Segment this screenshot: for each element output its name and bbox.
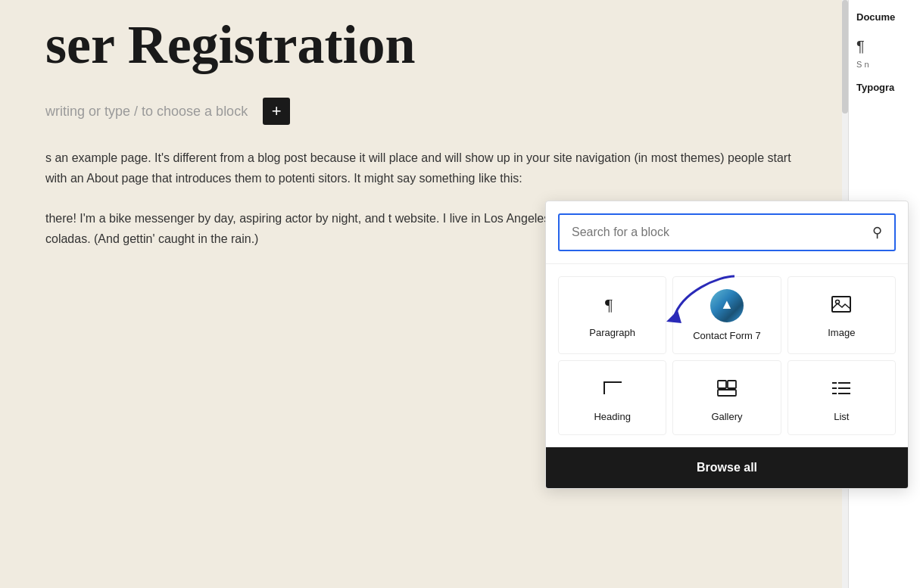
scrollbar-thumb[interactable]	[842, 0, 848, 114]
svg-rect-4	[603, 382, 605, 394]
block-item-image[interactable]: Image	[787, 276, 896, 354]
list-block-label: List	[834, 411, 849, 422]
svg-rect-11	[838, 387, 850, 389]
sidebar-typography-label: Typogra	[856, 82, 912, 93]
placeholder-label: writing or type / to choose a block	[45, 104, 248, 120]
browse-all-button[interactable]: Browse all	[546, 447, 908, 488]
svg-rect-1	[832, 297, 850, 312]
page-title: ser Registration	[45, 15, 803, 75]
search-box: ⚲	[558, 213, 896, 251]
add-block-button[interactable]: +	[263, 98, 290, 125]
svg-rect-10	[832, 387, 837, 389]
svg-rect-7	[718, 390, 736, 396]
search-input[interactable]	[572, 226, 872, 239]
search-icon: ⚲	[872, 224, 882, 241]
block-inserter-popup: ⚲ ¶ Paragraph Contact Form 7	[545, 201, 909, 489]
block-item-heading[interactable]: Heading	[558, 360, 666, 435]
svg-text:¶: ¶	[605, 295, 613, 314]
block-item-gallery[interactable]: Gallery	[672, 360, 781, 435]
svg-rect-12	[832, 393, 837, 394]
svg-rect-3	[603, 381, 622, 383]
sidebar-section-label: S n	[856, 59, 912, 70]
heading-block-label: Heading	[594, 411, 630, 422]
paragraph-block-label: Paragraph	[589, 327, 635, 338]
block-item-list[interactable]: List	[787, 360, 896, 435]
search-container: ⚲	[546, 201, 908, 264]
paragraph-icon: ¶	[856, 38, 912, 55]
heading-block-icon	[597, 373, 628, 403]
arrow-annotation	[659, 269, 750, 332]
placeholder-row: writing or type / to choose a block +	[45, 98, 803, 125]
gallery-block-label: Gallery	[711, 411, 742, 422]
block-item-paragraph[interactable]: ¶ Paragraph	[558, 276, 666, 354]
paragraph-block-icon: ¶	[597, 289, 628, 319]
body-text-1: s an example page. It's different from a…	[45, 148, 803, 188]
image-block-label: Image	[828, 327, 855, 338]
image-block-icon	[826, 289, 856, 319]
svg-marker-14	[666, 310, 681, 323]
svg-rect-6	[728, 381, 736, 388]
gallery-block-icon	[712, 373, 742, 403]
svg-rect-13	[838, 393, 850, 394]
svg-rect-8	[832, 382, 837, 384]
svg-rect-5	[718, 381, 726, 388]
sidebar-tab-label[interactable]: Docume	[856, 11, 912, 23]
svg-rect-9	[838, 382, 850, 384]
list-block-icon	[826, 373, 856, 403]
